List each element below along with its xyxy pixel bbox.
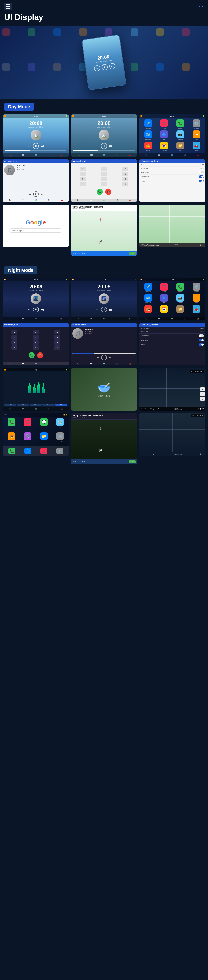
ag-app-car[interactable]: 🚗 CarPlay [189,142,204,151]
night-auto-connect-toggle[interactable] [199,339,204,341]
ag-app-settings[interactable]: ⚙️ Settings [189,119,204,129]
music-icon[interactable]: 🎵 [47,154,50,156]
auto-icon[interactable]: 🚗 [60,154,62,156]
ios-app-radio[interactable]: 📻 Radio [4,432,19,445]
mp-next-1[interactable]: ⏭ [41,144,44,148]
eq-btn-4[interactable]: VOL [43,404,55,406]
night-call-end[interactable]: 📵 [37,352,43,358]
auto-connect-toggle[interactable] [199,175,204,178]
btcall-auto-icon[interactable]: 🚗 [129,199,131,201]
dial-icon-2[interactable]: 📞 [77,154,80,156]
power-toggle[interactable] [199,180,204,183]
dial-9[interactable]: 9 [122,177,128,181]
mp-play-2[interactable]: ⏸ [101,143,107,149]
wf-nav[interactable]: 🗺️ [35,408,37,410]
night-mp-prev-2[interactable]: ⏮ [96,308,99,311]
np-next[interactable]: ⏭ [202,244,204,246]
nbtm-dial[interactable]: 📞 [77,363,79,364]
dial-5[interactable]: 5 [101,172,107,176]
ndial-1[interactable]: 1 [11,330,17,334]
btcall-dial-icon[interactable]: 📞 [77,199,79,201]
music-icon-2[interactable]: 🎵 [115,154,118,156]
nag-app-music[interactable]: 🎵 Music [157,283,172,293]
eq-btn-5[interactable]: EQ [55,404,67,406]
ag-email-icon[interactable]: ✉️ [158,154,160,156]
dial-0[interactable]: 0 [101,182,107,186]
nav-go-button[interactable]: GO [129,251,136,255]
nag-nav-icon[interactable]: 🗺️ [171,318,173,320]
night-mp-play-1[interactable]: ⏸ [33,307,39,312]
bt-auto-icon[interactable]: 🚗 [61,199,63,201]
nag-dial-icon[interactable]: 📞 [145,318,147,320]
dial-hash[interactable]: # [122,182,128,186]
np-prev[interactable]: ⏮ [198,244,200,246]
nag-app-radio[interactable]: 📻 Radio [141,305,156,315]
mp-prev-2[interactable]: ⏮ [96,144,99,148]
nag-app-cam[interactable]: 📷 Camera [173,294,188,304]
dial-8[interactable]: 8 [101,177,107,181]
nag-app-files[interactable]: 📁 Files [173,305,188,315]
ndial-hash[interactable]: # [54,345,60,350]
nnp-prev[interactable]: ⏮ [198,453,200,455]
ndial-4[interactable]: 4 [11,335,17,339]
eq-btn-1[interactable]: BASS [4,404,16,406]
ndial-3[interactable]: 3 [54,330,60,334]
call-accept-btn[interactable]: 📞 [97,189,103,195]
nmp-dial[interactable]: 📞 [9,318,11,320]
nag-app-cal[interactable]: 📅 Calendar [157,305,172,315]
night-bt-next[interactable]: ⏭ [109,356,112,359]
nag-app-waze[interactable]: 🗺️ Waze/Car [141,294,156,304]
dial-star[interactable]: * [80,182,86,186]
bt-play-btn[interactable]: ⏸ [33,191,39,197]
ag-app-more[interactable]: ⋯ More [189,130,204,140]
mp-play-1[interactable]: ⏸ [33,143,39,149]
night-mp-next-2[interactable]: ⏭ [109,308,112,311]
dock-phone-icon[interactable]: 📞 [8,448,15,455]
ag-dial-icon[interactable]: 📞 [145,154,147,156]
ag-app-phone[interactable]: 📞 Phone [173,119,188,129]
hero-prev-button[interactable]: ⏮ [94,65,101,72]
nag-app-car[interactable]: 🚗 CarPlay [189,305,204,315]
nbtm-email[interactable]: ✉️ [90,363,92,364]
nbtcall-dial[interactable]: 📞 [9,363,11,364]
email-icon[interactable]: ✉️ [22,154,24,156]
dial-4[interactable]: 4 [80,172,86,176]
night-bt-play[interactable]: ⏸ [101,355,107,360]
ag-auto-icon[interactable]: 🚗 [197,154,199,156]
nbtm-nav[interactable]: 🗺️ [103,363,105,364]
ios-app-msg[interactable]: 💬 Messages [37,418,51,431]
nbtcall-email[interactable]: ✉️ [22,363,24,364]
ag-nav-icon[interactable]: 🗺️ [171,154,173,156]
btcall-email-icon[interactable]: ✉️ [90,199,92,201]
night-mp-prev-1[interactable]: ⏮ [28,308,31,311]
menu-button[interactable] [4,3,12,10]
nav-icon[interactable]: 🗺️ [35,154,37,156]
nmp-nav[interactable]: 🗺️ [35,318,37,320]
nmp-auto[interactable]: 🚗 [60,318,62,320]
mp-prev-1[interactable]: ⏮ [28,144,31,148]
ag-app-files[interactable]: 📁 Files [173,142,188,151]
hero-play-button[interactable]: ⏸ [101,64,108,70]
night-nav-go-btn[interactable]: GO [129,460,136,463]
dial-3[interactable]: 3 [122,167,128,171]
dial-icon[interactable]: 📞 [9,154,12,156]
dock-settings-icon[interactable]: ⚙️ [57,448,63,455]
auto-answer-toggle[interactable] [199,171,204,173]
dial-1[interactable]: 1 [80,167,86,171]
ndial-6[interactable]: 6 [54,335,60,339]
email-icon-2[interactable]: ✉️ [90,154,93,156]
nmp-email[interactable]: ✉️ [22,318,24,320]
night-bt-prev[interactable]: ⏮ [96,356,99,359]
bt-music-icon[interactable]: 🎵 [48,199,50,201]
nag-music-icon[interactable]: 🎵 [184,318,186,320]
nnp-next[interactable]: ⏭ [202,453,204,455]
nbtm-music[interactable]: 🎵 [116,363,118,364]
call-end-btn[interactable]: 📵 [105,189,111,195]
dock-safari-icon[interactable]: 🌐 [24,448,31,455]
ndial-0[interactable]: 0 [33,345,39,350]
ios-app-maps[interactable]: 🗺️ Maps [53,418,67,431]
ag-app-cam[interactable]: 📷 Camera [173,130,188,140]
hero-next-button[interactable]: ⏭ [109,62,116,69]
nmp2-nav[interactable]: 🗺️ [103,318,105,320]
nag-app-settings[interactable]: ⚙️ Settings [189,283,204,293]
